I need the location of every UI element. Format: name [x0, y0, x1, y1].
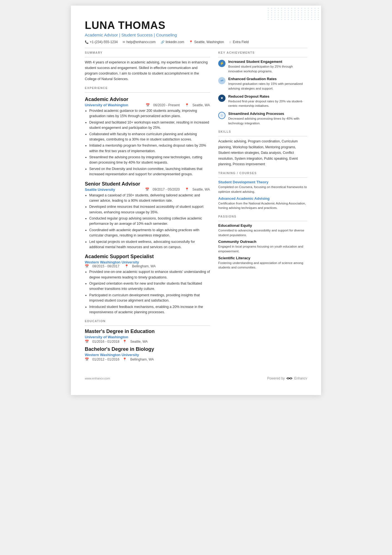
passion-desc: Fostering understanding and appreciation…	[218, 261, 307, 270]
email-contact: ✉ help@enhancv.com	[123, 40, 155, 44]
summary-text: With 4 years of experience in academic a…	[85, 60, 210, 82]
website-value: linkedin.com	[166, 40, 184, 44]
experience-jobs: Academic AdvisorUniversity of Washington…	[85, 97, 210, 315]
experience-divider	[85, 92, 210, 93]
passion-title: Community Outreach	[218, 240, 307, 244]
job-title: Senior Student Advisor	[85, 181, 210, 187]
achievement-icon: ☆	[218, 112, 225, 119]
location-contact: 📍 Seattle, Washington	[189, 40, 224, 44]
calendar-icon: 📅	[85, 357, 89, 361]
enhancv-branding: Powered by Enhancv	[267, 376, 307, 380]
footer-website: www.enhancv.com	[85, 377, 110, 380]
passion-desc: Committed to advancing accessibility and…	[218, 228, 307, 237]
achievement-item: ⇌Enhanced Graduation RatesImproved gradu…	[218, 77, 307, 91]
achievements-divider	[218, 57, 307, 57]
bullet-item: Organized orientation events for new and…	[89, 281, 210, 292]
right-column: KEY ACHIEVEMENTS ⚡Increased Student Enga…	[218, 51, 307, 366]
email-icon: ✉	[123, 40, 125, 44]
training-title: Student Development Theory	[218, 180, 307, 184]
job-bullets: Managed a caseload of 150+ students, del…	[89, 193, 210, 250]
bullet-item: Served on the Diversity and Inclusion co…	[89, 166, 210, 177]
candidate-name: LUNA THOMAS	[85, 19, 307, 31]
education-entries: Master's Degree in EducationUniversity o…	[85, 329, 210, 361]
achievement-desc: Improved graduation rates by 15% with pe…	[228, 82, 307, 91]
achievement-content: Enhanced Graduation RatesImproved gradua…	[228, 77, 307, 91]
job-bullets: Provided one-on-one academic support to …	[89, 269, 210, 315]
education-entry: Bachelor's Degree in BiologyWestern Wash…	[85, 346, 210, 361]
summary-label: SUMMARY	[85, 51, 210, 54]
training-list: Student Development TheoryCompleted on C…	[218, 180, 307, 210]
main-content: SUMMARY With 4 years of experience in ac…	[85, 51, 307, 366]
passion-title: Educational Equity	[218, 223, 307, 228]
header-section: LUNA THOMAS Academic Advisor | Student S…	[85, 19, 307, 44]
job-org: University of Washington	[85, 103, 128, 107]
star-icon: ☆	[229, 40, 232, 44]
header-divider	[85, 48, 307, 48]
location-icon: 📍	[189, 40, 193, 44]
achievement-title: Streamlined Advising Processes	[228, 112, 307, 116]
phone-contact: 📞 +1-(234)-555-1234	[85, 40, 118, 44]
achievement-title: Increased Student Engagement	[228, 60, 307, 64]
job-org-row: University of Washington📅 06/2020 - Pres…	[85, 103, 210, 107]
candidate-subtitle: Academic Advisor | Student Success | Cou…	[85, 33, 307, 37]
education-divider	[85, 325, 210, 326]
education-section: EDUCATION Master's Degree in EducationUn…	[85, 319, 210, 361]
achievement-content: Streamlined Advising ProcessesDecreased …	[228, 112, 307, 125]
bullet-item: Provided academic guidance to over 200 s…	[89, 108, 210, 119]
left-column: SUMMARY With 4 years of experience in ac…	[85, 51, 210, 366]
bullet-item: Introduced student feedback mechanisms, …	[89, 304, 210, 315]
bullet-item: Managed a caseload of 150+ students, del…	[89, 193, 210, 204]
training-divider	[218, 177, 307, 178]
job-title: Academic Advisor	[85, 97, 210, 102]
link-icon: 🔗	[161, 40, 165, 44]
phone-icon: 📞	[85, 40, 89, 44]
bullet-item: Initiated a mentorship program for fresh…	[89, 143, 210, 154]
location-pin-icon: 📍	[185, 103, 189, 107]
calendar-icon: 📅	[146, 103, 150, 107]
training-label: TRAINING / COURSES	[218, 171, 307, 175]
passion-desc: Engaged in local programs focusing on yo…	[218, 244, 307, 253]
achievement-item: ⚡Increased Student EngagementBoosted stu…	[218, 60, 307, 73]
skills-divider	[218, 136, 307, 136]
achievement-desc: Boosted student participation by 25% thr…	[228, 64, 307, 73]
calendar-icon: 📅	[85, 340, 89, 344]
training-desc: Completed on Coursera, focusing on theor…	[218, 185, 307, 194]
email-value: help@enhancv.com	[126, 40, 155, 44]
extra-contact: ☆ Extra Field	[229, 40, 249, 44]
achievement-content: Increased Student EngagementBoosted stud…	[228, 60, 307, 73]
phone-value: +1-(234)-555-1234	[90, 40, 118, 44]
achievement-desc: Decreased advising processing times by 4…	[228, 116, 307, 125]
job-entry: Senior Student AdvisorSeattle University…	[85, 181, 210, 250]
achievement-icon: ⚡	[218, 60, 225, 67]
skills-text: Academic advising, Program coordination,…	[218, 139, 307, 167]
job-meta: 📅 08/2015 - 08/2017 📍 Bellingham, WA	[85, 264, 156, 268]
edu-meta: 📅 01/2012 - 01/2016 📍 Bellingham, WA	[85, 357, 210, 361]
edu-org: University of Washington	[85, 335, 210, 339]
calendar-icon: 📅	[145, 188, 149, 191]
enhancv-logo-icon	[286, 376, 292, 380]
calendar-icon: 📅	[85, 264, 89, 268]
resume-page: // Generate dots inline via JS after DOM…	[71, 6, 321, 395]
achievement-title: Enhanced Graduation Rates	[228, 77, 307, 81]
experience-section: EXPERIENCE Academic AdvisorUniversity of…	[85, 86, 210, 315]
passions-section: PASSIONS Educational EquityCommitted to …	[218, 215, 307, 270]
bullet-item: Designed and facilitated 10+ workshops e…	[89, 120, 210, 131]
powered-by-text: Powered by	[267, 376, 285, 380]
achievement-icon: ♥	[218, 95, 225, 102]
job-title: Academic Support Specialist	[85, 254, 210, 260]
location-pin-icon: 📍	[185, 188, 189, 191]
bullet-item: Conducted regular group advising session…	[89, 216, 210, 227]
bullet-item: Led special projects on student wellness…	[89, 239, 210, 250]
bullet-item: Developed online resources that increase…	[89, 204, 210, 215]
training-desc: Certification from the National Academic…	[218, 201, 307, 210]
edu-org: Western Washington University	[85, 353, 210, 357]
summary-divider	[85, 57, 210, 57]
training-section: TRAINING / COURSES Student Development T…	[218, 171, 307, 210]
skills-section: SKILLS Academic advising, Program coordi…	[218, 130, 307, 167]
job-entry: Academic AdvisorUniversity of Washington…	[85, 97, 210, 177]
bullet-item: Provided one-on-one academic support to …	[89, 269, 210, 280]
brand-name: Enhancv	[294, 376, 307, 380]
location-value: Seattle, Washington	[194, 40, 224, 44]
job-meta: 📅 09/2017 - 05/2020 📍 Seattle, WA	[145, 188, 210, 191]
achievement-content: Reduced Dropout RatesReduced first-year …	[228, 94, 307, 108]
